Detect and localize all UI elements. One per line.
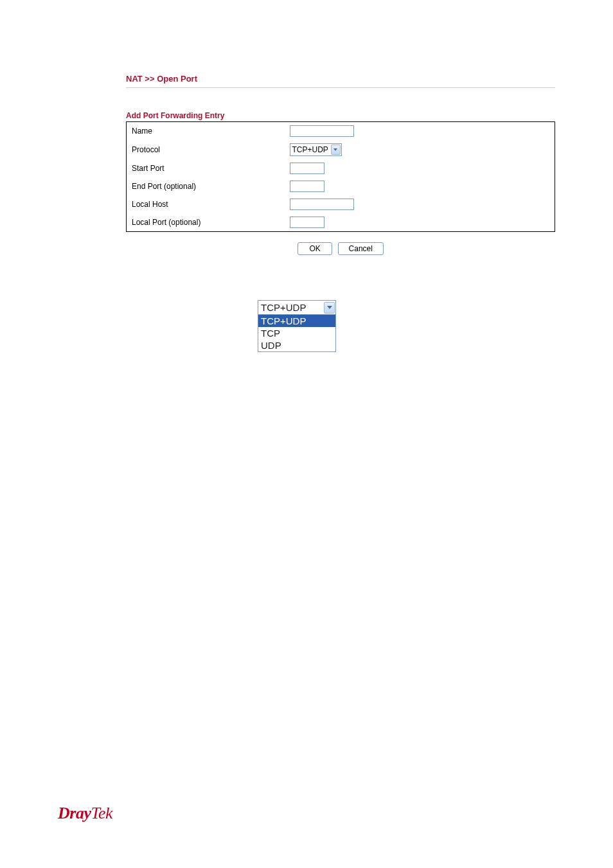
port-forwarding-form: Name Protocol TCP+UDP Start Port End Por… xyxy=(126,121,555,232)
cancel-button[interactable]: Cancel xyxy=(338,242,384,255)
name-input[interactable] xyxy=(290,125,354,137)
local-port-label: Local Port (optional) xyxy=(127,213,285,232)
dropdown-current-value: TCP+UDP xyxy=(261,302,306,313)
end-port-label: End Port (optional) xyxy=(127,177,285,195)
dropdown-header[interactable]: TCP+UDP xyxy=(258,301,335,315)
end-port-input[interactable] xyxy=(290,181,324,192)
protocol-select-value: TCP+UDP xyxy=(290,145,331,154)
brand-logo: DrayTek xyxy=(58,804,112,823)
name-label: Name xyxy=(127,122,285,141)
protocol-label: Protocol xyxy=(127,140,285,159)
ok-button[interactable]: OK xyxy=(298,242,332,255)
chevron-down-icon xyxy=(324,302,335,314)
protocol-dropdown-expanded: TCP+UDP TCP+UDP TCP UDP xyxy=(258,300,336,352)
protocol-select[interactable]: TCP+UDP xyxy=(290,143,342,156)
brand-text-bold: Dray xyxy=(58,804,91,822)
local-host-input[interactable] xyxy=(290,199,354,210)
brand-text-light: Tek xyxy=(91,804,112,822)
dropdown-option-tcp[interactable]: TCP xyxy=(258,327,335,339)
breadcrumb: NAT >> Open Port xyxy=(126,74,555,88)
start-port-label: Start Port xyxy=(127,159,285,177)
local-port-input[interactable] xyxy=(290,217,324,228)
dropdown-option-udp[interactable]: UDP xyxy=(258,339,335,351)
start-port-input[interactable] xyxy=(290,163,324,174)
local-host-label: Local Host xyxy=(127,195,285,213)
dropdown-option-tcp-udp[interactable]: TCP+UDP xyxy=(258,315,335,327)
section-title: Add Port Forwarding Entry xyxy=(126,111,613,120)
chevron-down-icon xyxy=(331,145,341,155)
